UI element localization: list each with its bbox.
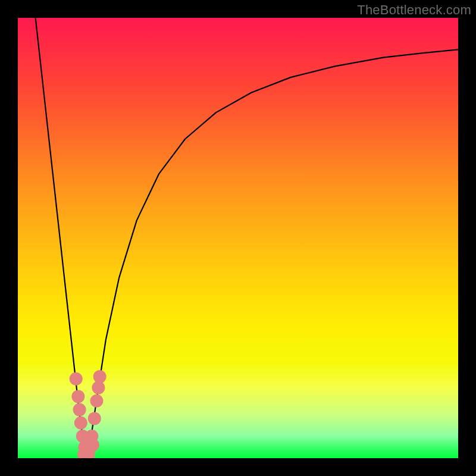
scatter-dot (70, 372, 83, 386)
plot-area (18, 18, 458, 458)
scatter-dot (92, 381, 105, 394)
scatter-dot (93, 370, 107, 383)
chart-svg (18, 18, 458, 458)
scatter-dot (90, 394, 103, 408)
scatter-dots (70, 370, 107, 458)
scatter-dot (86, 439, 99, 452)
watermark-text: TheBottleneck.com (357, 2, 471, 18)
scatter-dot (88, 412, 101, 425)
scatter-dot (74, 416, 87, 430)
scatter-dot (71, 390, 84, 403)
curve-right-ascent (87, 49, 458, 457)
scatter-dot (73, 403, 86, 416)
chart-frame: TheBottleneck.com (0, 0, 476, 476)
